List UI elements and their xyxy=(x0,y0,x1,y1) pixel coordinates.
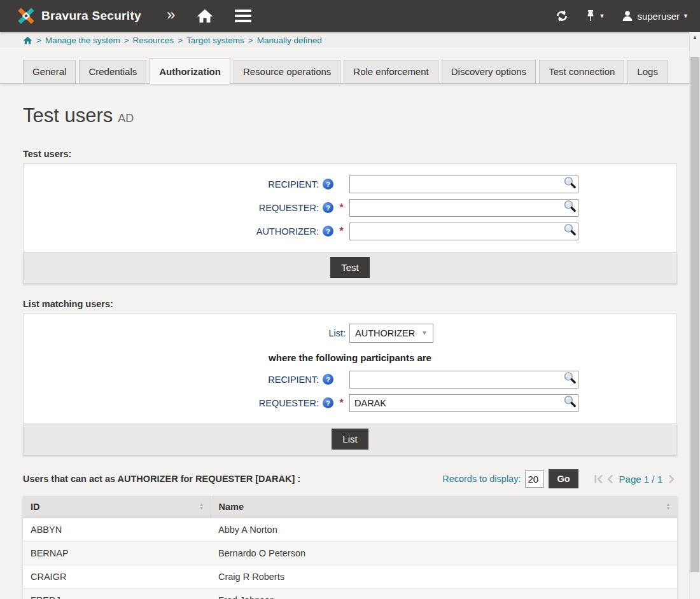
user-name: superuser xyxy=(637,11,680,22)
next-page-icon[interactable] xyxy=(668,474,677,485)
list-section-footer: List xyxy=(23,424,677,455)
required-asterisk: * xyxy=(337,228,346,235)
search-lookup-icon[interactable] xyxy=(563,395,577,411)
required-asterisk: * xyxy=(337,205,346,211)
help-icon[interactable]: ? xyxy=(323,179,333,189)
table-row: FREDJFred Johnson xyxy=(23,589,677,599)
form-field-row: RECIPIENT:? xyxy=(24,174,676,194)
required-asterisk: * xyxy=(337,400,346,406)
requester-input[interactable] xyxy=(349,199,578,217)
tab-discovery-options[interactable]: Discovery options xyxy=(442,60,536,83)
search-lookup-icon[interactable] xyxy=(563,176,577,192)
breadcrumb-separator: > xyxy=(248,36,253,45)
results-heading: Users that can act as AUTHORIZER for REQ… xyxy=(23,474,300,484)
page-indicator: Page 1 / 1 xyxy=(619,474,662,485)
brand-name: Bravura Security xyxy=(41,9,141,23)
table-row: ABBYNAbby A Norton xyxy=(23,518,677,542)
user-icon xyxy=(621,10,634,22)
breadcrumb-home-icon[interactable] xyxy=(23,36,32,45)
page-subtitle: AD xyxy=(118,112,134,125)
table-cell: CRAIGR xyxy=(23,565,211,589)
help-icon[interactable]: ? xyxy=(323,226,333,237)
column-header-name[interactable]: Name▲▼ xyxy=(211,496,677,518)
field-label-requester: REQUESTER: xyxy=(259,203,319,213)
breadcrumb: >Manage the system>Resources>Target syst… xyxy=(0,32,700,48)
breadcrumb-link-manually-defined[interactable]: Manually defined xyxy=(257,36,322,45)
user-menu[interactable]: superuser ▼ xyxy=(621,10,689,22)
breadcrumb-separator: > xyxy=(124,36,129,45)
table-cell: ABBYN xyxy=(23,518,211,542)
table-row: BERNAPBernardo O Peterson xyxy=(23,542,677,565)
list-type-dropdown[interactable]: AUTHORIZER ▼ xyxy=(349,324,433,343)
vertical-scrollbar[interactable]: ▲ xyxy=(689,32,700,599)
table-cell: Fred Johnson xyxy=(211,589,677,599)
tab-role-enforcement[interactable]: Role enforcement xyxy=(344,60,438,83)
column-label: ID xyxy=(31,502,40,512)
column-header-id[interactable]: ID▲▼ xyxy=(23,496,211,518)
pagination: Page 1 / 1 xyxy=(593,474,677,485)
pin-menu[interactable]: ▼ xyxy=(585,10,605,22)
results-table: ID▲▼Name▲▼ ABBYNAbby A NortonBERNAPBerna… xyxy=(23,496,677,599)
records-controls: Records to display: Go xyxy=(442,469,677,488)
home-icon[interactable] xyxy=(197,8,213,24)
page-title-text: Test users xyxy=(23,104,113,127)
tab-resource-operations[interactable]: Resource operations xyxy=(234,60,340,83)
go-button[interactable]: Go xyxy=(549,469,578,488)
tabs: GeneralCredentialsAuthorizationResource … xyxy=(0,48,700,84)
test-section-panel: RECIPIENT:?REQUESTER:?*AUTHORIZER:?* xyxy=(23,163,677,252)
first-page-icon[interactable] xyxy=(593,474,604,485)
column-label: Name xyxy=(219,502,244,512)
main-content: Test usersAD Test users: RECIPIENT:?REQU… xyxy=(0,104,700,599)
breadcrumb-separator: > xyxy=(178,36,183,45)
breadcrumb-link-resources[interactable]: Resources xyxy=(133,36,174,45)
tab-test-connection[interactable]: Test connection xyxy=(539,60,624,83)
app-window: Bravura Security » xyxy=(0,0,700,599)
field-label-authorizer: AUTHORIZER: xyxy=(256,226,319,237)
prev-page-icon[interactable] xyxy=(605,474,614,485)
breadcrumb-link-manage-the-system[interactable]: Manage the system xyxy=(45,36,120,45)
dropdown-caret-icon: ▼ xyxy=(421,329,428,336)
collapse-menu-icon[interactable]: » xyxy=(167,7,175,25)
list-select-label: List: xyxy=(328,328,346,338)
list-button[interactable]: List xyxy=(332,429,368,450)
results-bar: Users that can act as AUTHORIZER for REQ… xyxy=(23,469,677,488)
breadcrumb-link-target-systems[interactable]: Target systems xyxy=(186,36,244,45)
tab-credentials[interactable]: Credentials xyxy=(79,60,146,83)
table-cell: FREDJ xyxy=(23,589,211,599)
scrollbar-up-icon[interactable]: ▲ xyxy=(690,32,700,43)
records-count-input[interactable] xyxy=(525,470,544,488)
tab-authorization[interactable]: Authorization xyxy=(150,58,230,84)
pin-icon xyxy=(585,10,596,22)
recipient-input[interactable] xyxy=(349,176,578,193)
breadcrumb-separator: > xyxy=(36,36,41,45)
hamburger-menu-icon[interactable] xyxy=(235,10,251,22)
field-label-recipient: RECIPIENT: xyxy=(268,375,319,385)
sort-icon[interactable]: ▲▼ xyxy=(199,503,204,511)
form-field-row: RECIPIENT:? xyxy=(24,369,676,389)
recipient-input[interactable] xyxy=(349,371,578,389)
authorizer-input[interactable] xyxy=(349,223,578,240)
form-field-row: REQUESTER:?* xyxy=(24,198,676,217)
test-section-footer: Test xyxy=(23,252,677,284)
test-button[interactable]: Test xyxy=(330,257,370,278)
search-lookup-icon[interactable] xyxy=(563,371,577,387)
table-cell: Bernardo O Peterson xyxy=(211,542,677,565)
refresh-icon[interactable] xyxy=(555,9,569,23)
participants-text: where the following participants are xyxy=(24,352,676,363)
requester-input[interactable] xyxy=(349,394,578,412)
help-icon[interactable]: ? xyxy=(323,397,333,408)
brand-logo[interactable]: Bravura Security xyxy=(17,6,141,25)
scrollbar-thumb[interactable] xyxy=(690,57,699,572)
field-label-recipient: RECIPIENT: xyxy=(268,179,319,189)
search-lookup-icon[interactable] xyxy=(563,223,577,239)
table-cell: Craig R Roberts xyxy=(211,565,677,589)
tab-logs[interactable]: Logs xyxy=(627,60,668,83)
help-icon[interactable]: ? xyxy=(323,202,333,213)
test-section-label: Test users: xyxy=(23,149,677,159)
list-select-row: List: AUTHORIZER ▼ xyxy=(24,323,676,343)
sort-icon[interactable]: ▲▼ xyxy=(666,503,671,511)
bravura-logo-icon xyxy=(17,6,36,25)
search-lookup-icon[interactable] xyxy=(563,200,577,216)
help-icon[interactable]: ? xyxy=(323,374,333,385)
tab-general[interactable]: General xyxy=(23,60,76,83)
